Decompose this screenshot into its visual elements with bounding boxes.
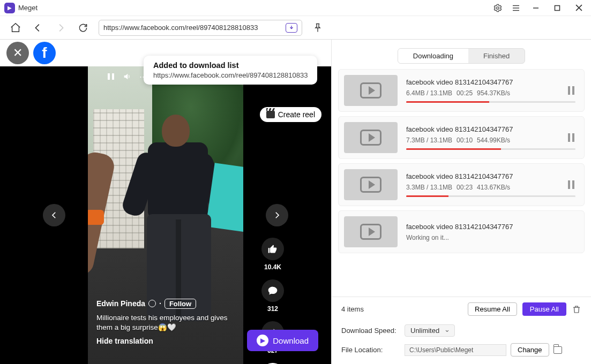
home-icon[interactable] bbox=[9, 21, 23, 35]
speed-select[interactable]: Unlimited bbox=[405, 324, 455, 337]
location-input[interactable] bbox=[405, 344, 506, 356]
pause-icon[interactable] bbox=[107, 72, 115, 81]
reel-meta: Edwin Pineda · Follow Millionaire tests … bbox=[96, 299, 236, 345]
previous-reel-button[interactable] bbox=[43, 204, 65, 226]
download-stats: 3.3MB / 13.1MB00:23413.67KB/s bbox=[406, 184, 575, 191]
download-panel: Downloading Finished facebook video 8131… bbox=[331, 40, 591, 364]
create-reel-label: Create reel bbox=[278, 110, 315, 119]
globe-icon bbox=[148, 300, 156, 307]
download-button[interactable]: ▶ Download bbox=[247, 330, 318, 351]
change-location-button[interactable]: Change bbox=[511, 343, 549, 357]
download-name: facebook video 813142104347767 bbox=[406, 172, 575, 180]
forward-icon bbox=[54, 21, 68, 35]
svg-rect-5 bbox=[555, 5, 560, 10]
close-icon[interactable]: ✕ bbox=[6, 42, 29, 64]
reel-video-area: ⋯ Create reel 10.4K 312 bbox=[0, 66, 331, 364]
tab-downloading[interactable]: Downloading bbox=[398, 49, 468, 63]
titlebar: Meget bbox=[0, 0, 591, 16]
comment-count: 312 bbox=[267, 305, 278, 313]
play-icon bbox=[360, 130, 381, 146]
download-item: facebook video 813142104347767 Working o… bbox=[338, 210, 585, 253]
download-item: facebook video 813142104347767 7.3MB / 1… bbox=[338, 116, 585, 159]
like-count: 10.4K bbox=[264, 263, 281, 271]
download-name: facebook video 813142104347767 bbox=[406, 78, 575, 86]
like-button[interactable] bbox=[261, 238, 284, 260]
svg-point-0 bbox=[497, 6, 499, 9]
toast-added-to-download: Added to download list https://www.faceb… bbox=[144, 56, 317, 85]
open-folder-icon[interactable] bbox=[553, 346, 562, 354]
app-title: Meget bbox=[18, 4, 38, 12]
comment-button[interactable] bbox=[261, 279, 284, 302]
video-thumbnail bbox=[344, 75, 398, 106]
hamburger-menu-icon[interactable] bbox=[510, 2, 522, 14]
window-close-button[interactable] bbox=[571, 1, 587, 16]
svg-rect-10 bbox=[112, 73, 114, 80]
create-reel-button[interactable]: Create reel bbox=[260, 107, 321, 122]
play-icon bbox=[360, 82, 381, 98]
tab-segment: Downloading Finished bbox=[398, 48, 525, 64]
download-stats: 6.4MB / 13.1MB00:25954.37KB/s bbox=[406, 89, 575, 97]
toast-url: https://www.facebook.com/reel/8974081288… bbox=[153, 71, 308, 79]
url-input[interactable] bbox=[103, 24, 286, 32]
video-thumbnail bbox=[344, 216, 398, 247]
pause-item-button[interactable] bbox=[568, 133, 574, 142]
speed-label: Download Speed: bbox=[341, 327, 400, 335]
pause-item-button[interactable] bbox=[568, 180, 574, 189]
next-reel-button[interactable] bbox=[266, 204, 288, 226]
download-icon: ▶ bbox=[257, 335, 268, 346]
app-logo-icon bbox=[4, 3, 15, 13]
window-minimize-button[interactable] bbox=[528, 1, 544, 16]
pin-icon[interactable] bbox=[311, 21, 325, 35]
item-count-label: 4 items bbox=[341, 305, 462, 313]
browser-viewport: ✕ f Added to download list https://www.f… bbox=[0, 40, 331, 364]
author-name[interactable]: Edwin Pineda bbox=[96, 299, 145, 308]
pause-item-button[interactable] bbox=[568, 86, 574, 95]
download-item: facebook video 813142104347767 6.4MB / 1… bbox=[338, 69, 585, 112]
browser-toolbar bbox=[0, 16, 591, 40]
video-thumbnail bbox=[344, 169, 398, 200]
settings-gear-icon[interactable] bbox=[491, 2, 504, 14]
follow-button[interactable]: Follow bbox=[164, 299, 196, 309]
download-name: facebook video 813142104347767 bbox=[406, 223, 575, 231]
download-stats: 7.3MB / 13.1MB00:10544.99KB/s bbox=[406, 136, 575, 144]
download-name: facebook video 813142104347767 bbox=[406, 125, 575, 133]
trash-icon[interactable] bbox=[572, 305, 581, 314]
reel-caption: Millionaire tests his employees and give… bbox=[96, 313, 236, 332]
tab-finished[interactable]: Finished bbox=[468, 49, 525, 63]
pause-all-button[interactable]: Pause All bbox=[522, 302, 566, 316]
url-bar[interactable] bbox=[99, 20, 302, 36]
progress-bar bbox=[406, 195, 575, 197]
play-icon bbox=[360, 224, 381, 240]
volume-icon[interactable] bbox=[122, 72, 132, 81]
download-url-icon[interactable] bbox=[286, 23, 297, 33]
download-speed-row: Download Speed: Unlimited bbox=[332, 321, 591, 340]
progress-bar bbox=[406, 148, 575, 150]
toast-title: Added to download list bbox=[153, 61, 308, 70]
back-icon[interactable] bbox=[31, 21, 45, 35]
play-icon bbox=[360, 177, 381, 193]
clapperboard-icon bbox=[266, 111, 275, 118]
download-list: facebook video 813142104347767 6.4MB / 1… bbox=[332, 69, 591, 297]
resume-all-button[interactable]: Resume All bbox=[468, 302, 517, 316]
video-thumbnail bbox=[344, 122, 398, 153]
summary-row: 4 items Resume All Pause All bbox=[332, 297, 591, 321]
progress-bar bbox=[406, 101, 575, 103]
download-status: Working on it... bbox=[406, 234, 575, 241]
hide-translation-button[interactable]: Hide translation bbox=[96, 337, 236, 345]
location-label: File Location: bbox=[341, 346, 400, 354]
svg-rect-9 bbox=[108, 73, 110, 80]
download-item: facebook video 813142104347767 3.3MB / 1… bbox=[338, 163, 585, 206]
facebook-logo-icon[interactable]: f bbox=[33, 42, 56, 64]
window-maximize-button[interactable] bbox=[549, 1, 565, 16]
reload-icon[interactable] bbox=[76, 21, 90, 35]
file-location-row: File Location: Change bbox=[332, 340, 591, 364]
download-label: Download bbox=[273, 336, 309, 345]
